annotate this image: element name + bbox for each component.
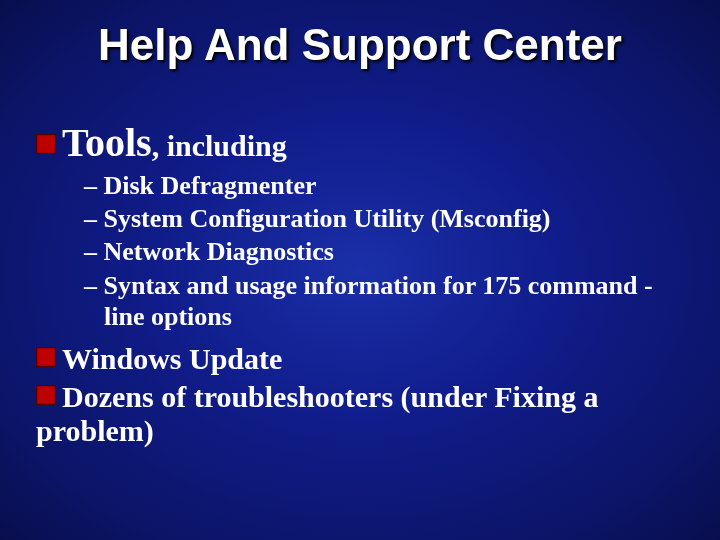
bullet-text-prefix: Tools [62, 120, 152, 165]
bullet-text: Windows Update [62, 342, 282, 375]
slide: Help And Support Center Tools, including… [0, 0, 720, 540]
sub-item: – Disk Defragmenter [80, 170, 690, 201]
dash-icon: – [84, 271, 104, 300]
sub-item-text: Syntax and usage information for 175 com… [104, 271, 653, 331]
sub-item-text: Network Diagnostics [104, 237, 334, 266]
sub-item: – System Configuration Utility (Msconfig… [80, 203, 690, 234]
sub-item: – Syntax and usage information for 175 c… [80, 270, 690, 332]
dash-icon: – [84, 237, 104, 266]
bullet-text: Dozens of troubleshooters (under Fixing … [36, 380, 598, 447]
square-bullet-icon [36, 134, 56, 154]
slide-title: Help And Support Center [0, 20, 720, 70]
sub-item-text: Disk Defragmenter [104, 171, 317, 200]
square-bullet-icon [36, 385, 56, 405]
bullet-item-troubleshooters: Dozens of troubleshooters (under Fixing … [36, 380, 690, 448]
bullet-text-suffix: , including [152, 129, 287, 162]
bullet-item-tools: Tools, including [36, 119, 690, 166]
bullet-item-windows-update: Windows Update [36, 342, 690, 376]
slide-body: Tools, including – Disk Defragmenter – S… [36, 115, 690, 452]
dash-icon: – [84, 204, 104, 233]
sub-item: – Network Diagnostics [80, 236, 690, 267]
dash-icon: – [84, 171, 104, 200]
square-bullet-icon [36, 347, 56, 367]
sub-item-text: System Configuration Utility (Msconfig) [104, 204, 551, 233]
sublist-tools: – Disk Defragmenter – System Configurati… [80, 170, 690, 332]
